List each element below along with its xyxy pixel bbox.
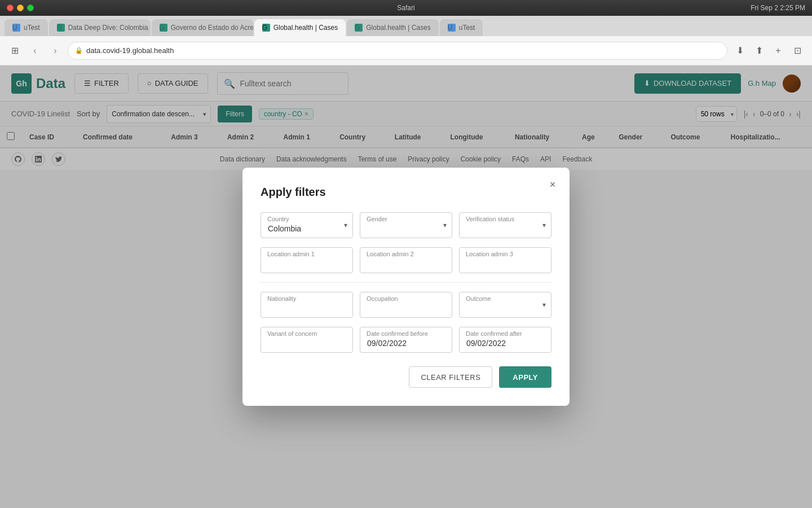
browser-window: U uTest G Data Deep Dive: Colombia -... … [0,16,812,508]
tab-governo[interactable]: G Governo do Estado do Acre -... [152,19,253,36]
mac-datetime: Fri Sep 2 2:25 PM [751,4,805,12]
occupation-field: Occupation [360,292,452,318]
verification-status-field: Verification status ▾ [459,212,551,238]
app-container: Gh Data ☰ FILTER ○ DATA GUIDE 🔍 ⬇ DOWNLO… [0,65,812,508]
outcome-field: Outcome ▾ [459,292,551,318]
modal-title: Apply filters [261,186,551,199]
filter-row-2: Location admin 1 Location admin 2 Locati… [261,247,551,273]
apply-filters-modal: Apply filters × Country Colombia ▾ Gende… [242,168,570,406]
country-select[interactable]: Colombia [261,212,353,238]
tab-favicon-governo: G [160,24,167,32]
mac-app-label: Safari [397,4,414,12]
tab-label-gh2: Global.health | Cases [366,24,431,32]
country-field: Country Colombia ▾ [261,212,353,238]
sidebar-toggle-button[interactable]: ⊞ [7,43,23,59]
tab-deepdive[interactable]: G Data Deep Dive: Colombia -... [49,19,151,36]
downloads-button[interactable]: ⬇ [732,43,748,59]
verification-status-select[interactable] [459,212,551,238]
mac-os-bar: Safari Fri Sep 2 2:25 PM [0,0,812,16]
tab-label-utest1: uTest [24,24,40,32]
variant-field: Variant of concern [261,327,353,353]
tab-favicon-gh2: G [355,24,363,32]
filter-row-4: Variant of concern Date confirmed before… [261,327,551,353]
maximize-window-button[interactable] [27,5,34,11]
date-confirmed-after-input[interactable] [459,327,551,353]
date-confirmed-before-field: Date confirmed before [360,327,452,353]
gender-select[interactable] [360,212,452,238]
tab-gh1[interactable]: G Global.health | Cases [254,19,346,36]
address-bar[interactable]: 🔒 data.covid-19.global.health [68,42,727,60]
apply-filters-button[interactable]: APPLY [499,366,551,388]
modal-overlay[interactable]: Apply filters × Country Colombia ▾ Gende… [0,65,812,508]
location-admin2-field: Location admin 2 [360,247,452,273]
clear-filters-button[interactable]: CLEAR FILTERS [409,366,492,388]
location-admin3-input[interactable] [459,247,551,273]
location-admin1-field: Location admin 1 [261,247,353,273]
filter-row-1: Country Colombia ▾ Gender ▾ [261,212,551,238]
tab-utest2[interactable]: U uTest [440,19,483,36]
browser-nav-bar: ⊞ ‹ › 🔒 data.covid-19.global.health ⬇ ⬆ … [0,36,812,65]
location-admin1-input[interactable] [261,247,353,273]
occupation-input[interactable] [360,292,452,318]
window-controls[interactable] [7,5,34,11]
close-window-button[interactable] [7,5,14,11]
address-text: data.covid-19.global.health [86,46,174,55]
date-confirmed-after-field: Date confirmed after [459,327,551,353]
nationality-input[interactable] [261,292,353,318]
browser-tabs-bar: U uTest G Data Deep Dive: Colombia -... … [0,16,812,36]
tab-utest1[interactable]: U uTest [5,19,48,36]
tab-label-gh1: Global.health | Cases [273,24,338,32]
tab-gh2[interactable]: G Global.health | Cases [347,19,439,36]
share-button[interactable]: ⬆ [751,43,767,59]
lock-icon: 🔒 [75,47,83,54]
outcome-select[interactable] [459,292,551,318]
date-confirmed-before-input[interactable] [360,327,452,353]
tab-label-utest2: uTest [459,24,475,32]
tab-favicon-utest2: U [448,24,456,32]
tab-favicon-gh1: G [262,24,270,32]
tab-favicon-deepdive: G [57,24,65,32]
modal-close-button[interactable]: × [545,177,561,192]
tab-overview-button[interactable]: ⊡ [789,43,805,59]
minimize-window-button[interactable] [17,5,24,11]
modal-actions: CLEAR FILTERS APPLY [261,366,551,388]
back-button[interactable]: ‹ [27,43,43,59]
nav-actions: ⬇ ⬆ + ⊡ [732,43,805,59]
new-tab-button[interactable]: + [770,43,786,59]
forward-button[interactable]: › [47,43,63,59]
location-admin2-input[interactable] [360,247,452,273]
nationality-field: Nationality [261,292,353,318]
tab-label-deepdive: Data Deep Dive: Colombia -... [68,24,151,32]
variant-input[interactable] [261,327,353,353]
tab-favicon-utest1: U [12,24,20,32]
gender-field: Gender ▾ [360,212,452,238]
location-admin3-field: Location admin 3 [459,247,551,273]
filter-divider [261,282,551,283]
tab-label-governo: Governo do Estado do Acre -... [171,24,253,32]
filter-row-3: Nationality Occupation Outcome ▾ [261,292,551,318]
